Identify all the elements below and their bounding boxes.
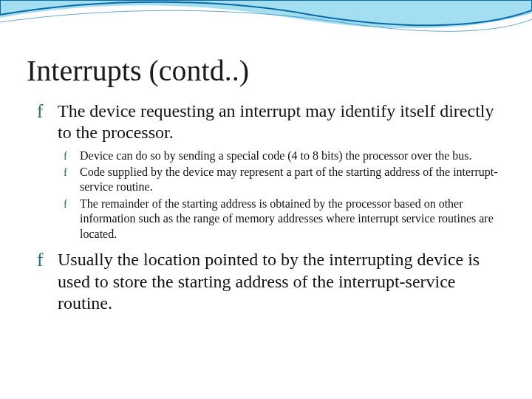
bullet-icon: f	[37, 100, 52, 123]
list-item: f Usually the location pointed to by the…	[37, 249, 505, 314]
slide-title: Interrupts (contd..)	[27, 55, 505, 87]
bullet-icon: f	[37, 249, 52, 272]
sub-list-item-text: Device can do so by sending a special co…	[80, 149, 472, 162]
sub-list-item: f Device can do so by sending a special …	[64, 149, 505, 163]
list-item: f The device requesting an interrupt may…	[37, 100, 505, 242]
sub-list-item-text: Code supplied by the device may represen…	[80, 166, 498, 193]
sub-list-item: f The remainder of the starting address …	[64, 197, 505, 242]
sub-list: f Device can do so by sending a special …	[58, 149, 505, 242]
sub-list-item: f Code supplied by the device may repres…	[64, 165, 505, 195]
bullet-list: f The device requesting an interrupt may…	[27, 100, 505, 314]
list-item-text: The device requesting an interrupt may i…	[58, 101, 494, 142]
list-item-text: Usually the location pointed to by the i…	[58, 250, 480, 313]
bullet-icon: f	[64, 197, 78, 211]
bullet-icon: f	[64, 165, 78, 179]
bullet-icon: f	[64, 149, 78, 163]
slide-body: Interrupts (contd..) f The device reques…	[0, 0, 532, 399]
sub-list-item-text: The remainder of the starting address is…	[80, 197, 494, 240]
